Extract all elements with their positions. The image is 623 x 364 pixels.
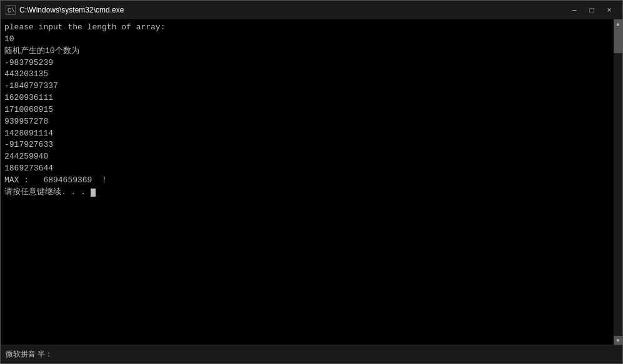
scroll-up-arrow[interactable]: ▲: [614, 19, 622, 28]
cmd-icon: C\: [6, 5, 16, 15]
scroll-down-arrow[interactable]: ▼: [614, 336, 622, 345]
console-area: please input the length of array: 10 随机产…: [1, 19, 622, 345]
scrollbar[interactable]: ▲ ▼: [614, 19, 622, 345]
scrollbar-thumb[interactable]: [614, 28, 622, 53]
scrollbar-track[interactable]: [614, 28, 622, 336]
title-bar-controls: – □ ×: [566, 4, 617, 16]
cursor: [91, 189, 96, 197]
maximize-button[interactable]: □: [584, 4, 600, 16]
close-button[interactable]: ×: [601, 4, 617, 16]
title-bar: C\ C:\Windows\system32\cmd.exe – □ ×: [1, 1, 622, 19]
window-title: C:\Windows\system32\cmd.exe: [19, 6, 124, 14]
svg-text:C\: C\: [7, 7, 15, 14]
title-bar-left: C\ C:\Windows\system32\cmd.exe: [6, 5, 124, 15]
ime-status: 微软拼音 半：: [6, 349, 52, 360]
status-bar: 微软拼音 半：: [1, 345, 622, 363]
minimize-button[interactable]: –: [566, 4, 582, 16]
console-output[interactable]: please input the length of array: 10 随机产…: [1, 19, 614, 345]
cmd-window: C\ C:\Windows\system32\cmd.exe – □ × ple…: [0, 0, 623, 364]
